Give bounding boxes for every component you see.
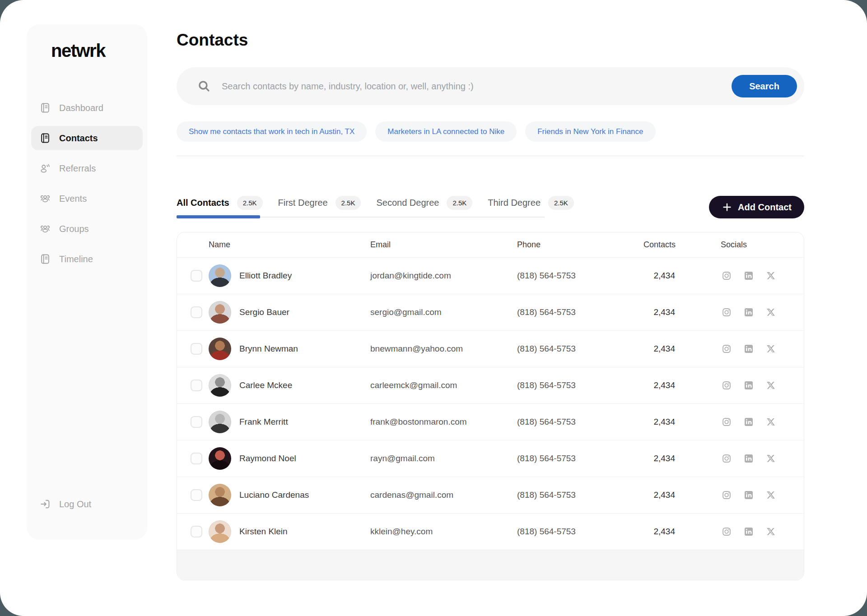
active-tab-indicator [177, 215, 260, 218]
instagram-icon[interactable] [722, 380, 732, 390]
suggestion-chip[interactable]: Friends in New York in Finance [525, 121, 655, 142]
tabs: All Contacts2.5KFirst Degree2.5KSecond D… [177, 196, 545, 210]
tab-second-degree[interactable]: Second Degree2.5K [376, 196, 472, 210]
linkedin-icon[interactable] [744, 417, 754, 427]
contact-email: cardenas@gmail.com [370, 490, 517, 500]
instagram-icon[interactable] [722, 490, 732, 500]
sidebar-item-label: Events [59, 194, 87, 204]
avatar [209, 338, 231, 360]
contact-phone: (818) 564-5753 [517, 380, 643, 390]
tab-label: First Degree [278, 198, 328, 208]
tab-third-degree[interactable]: Third Degree2.5K [488, 196, 574, 210]
logout-button[interactable]: Log Out [39, 498, 91, 510]
contact-name: Raymond Noel [239, 454, 370, 463]
row-checkbox[interactable] [191, 306, 202, 318]
tab-all-contacts[interactable]: All Contacts2.5K [177, 196, 263, 210]
x-icon[interactable] [766, 454, 776, 463]
suggestion-chip[interactable]: Marketers in LA connected to Nike [375, 121, 517, 142]
sidebar-item-timeline[interactable]: Timeline [31, 247, 143, 271]
tab-label: Third Degree [488, 198, 541, 208]
sidebar-item-label: Groups [59, 224, 89, 234]
tab-count-badge: 2.5K [336, 196, 361, 210]
contact-email: sergio@gmail.com [370, 307, 517, 317]
column-header-phone: Phone [517, 240, 643, 250]
linkedin-icon[interactable] [744, 271, 754, 281]
contact-count: 2,434 [643, 527, 675, 537]
x-icon[interactable] [766, 490, 776, 500]
instagram-icon[interactable] [722, 417, 732, 427]
table-row: Carlee Mckeecarleemck@gmail.com(818) 564… [177, 367, 804, 403]
linkedin-icon[interactable] [744, 527, 754, 537]
instagram-icon[interactable] [722, 527, 732, 537]
x-icon[interactable] [766, 527, 776, 537]
table-row: Sergio Bauersergio@gmail.com(818) 564-57… [177, 294, 804, 330]
linkedin-icon[interactable] [744, 307, 754, 317]
journal-icon [39, 132, 51, 144]
row-checkbox[interactable] [191, 453, 202, 464]
instagram-icon[interactable] [722, 307, 732, 317]
sidebar-item-dashboard[interactable]: Dashboard [31, 96, 143, 120]
contact-email: bnewmann@yahoo.com [370, 344, 517, 354]
page-title: Contacts [177, 32, 804, 48]
contact-phone: (818) 564-5753 [517, 344, 643, 354]
x-icon[interactable] [766, 417, 776, 427]
row-checkbox[interactable] [191, 343, 202, 355]
column-header-contacts: Contacts [643, 240, 675, 250]
tab-track [177, 217, 545, 218]
add-contact-button[interactable]: Add Contact [709, 196, 804, 218]
x-icon[interactable] [766, 380, 776, 390]
app-logo: netwrk [51, 41, 147, 61]
referral-person-icon [39, 162, 51, 174]
logout-label: Log Out [59, 499, 91, 509]
contact-count: 2,434 [643, 344, 675, 354]
sidebar-item-referrals[interactable]: Referrals [31, 156, 143, 181]
sidebar-nav: DashboardContactsReferralsEventsGroupsTi… [27, 96, 147, 271]
avatar [209, 520, 231, 543]
section-divider [177, 156, 804, 156]
x-icon[interactable] [766, 344, 776, 354]
linkedin-icon[interactable] [744, 454, 754, 463]
contact-email: jordan@kingtide.com [370, 271, 517, 281]
main-content: Contacts Search Show me contacts that wo… [177, 0, 804, 580]
linkedin-icon[interactable] [744, 344, 754, 354]
search-bar: Search [177, 67, 804, 105]
x-icon[interactable] [766, 307, 776, 317]
row-checkbox[interactable] [191, 416, 202, 428]
row-checkbox[interactable] [191, 489, 202, 501]
avatar [209, 301, 231, 324]
sidebar-item-events[interactable]: Events [31, 186, 143, 211]
table-row: Frank Merrittfrank@bostonmaron.com(818) … [177, 403, 804, 440]
logout-icon [39, 498, 51, 510]
sidebar-item-contacts[interactable]: Contacts [31, 126, 143, 150]
plus-icon [722, 202, 732, 213]
instagram-icon[interactable] [722, 454, 732, 463]
linkedin-icon[interactable] [744, 380, 754, 390]
suggestion-chip[interactable]: Show me contacts that work in tech in Au… [177, 121, 367, 142]
table-row: Kirsten Kleinkklein@hey.com(818) 564-575… [177, 513, 804, 550]
tab-label: All Contacts [177, 198, 229, 208]
avatar [209, 484, 231, 506]
table-row: Brynn Newmanbnewmann@yahoo.com(818) 564-… [177, 330, 804, 367]
contact-phone: (818) 564-5753 [517, 454, 643, 463]
tab-first-degree[interactable]: First Degree2.5K [278, 196, 361, 210]
linkedin-icon[interactable] [744, 490, 754, 500]
row-checkbox[interactable] [191, 526, 202, 537]
instagram-icon[interactable] [722, 344, 732, 354]
search-input[interactable] [221, 81, 732, 92]
x-icon[interactable] [766, 271, 776, 281]
contact-email: rayn@gmail.com [370, 454, 517, 463]
search-button[interactable]: Search [732, 75, 797, 97]
instagram-icon[interactable] [722, 271, 732, 281]
social-links [675, 527, 804, 537]
contact-name: Carlee Mckee [239, 380, 370, 390]
table-header: Name Email Phone Contacts Socials [177, 232, 804, 257]
row-checkbox[interactable] [191, 380, 202, 391]
row-checkbox[interactable] [191, 270, 202, 282]
sidebar-item-groups[interactable]: Groups [31, 217, 143, 241]
tab-count-badge: 2.5K [237, 196, 263, 210]
contact-count: 2,434 [643, 417, 675, 427]
social-links [675, 490, 804, 500]
column-header-email: Email [370, 240, 517, 250]
sidebar-item-label: Dashboard [59, 103, 103, 113]
contact-count: 2,434 [643, 380, 675, 390]
